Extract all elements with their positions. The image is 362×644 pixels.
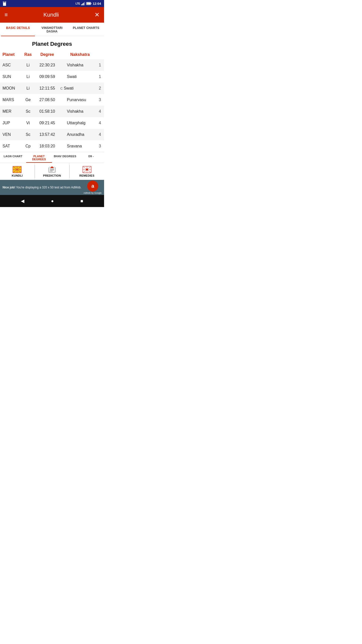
lte-icon: LTE xyxy=(76,2,80,5)
cell-pada: 4 xyxy=(95,117,104,129)
cell-ras: Ge xyxy=(21,94,35,106)
sub-tab-planet-degrees[interactable]: PLANET DEGREES xyxy=(26,152,52,163)
cell-ras: Cp xyxy=(21,140,35,152)
cell-ras: Vi xyxy=(21,117,35,129)
page-title: Planet Degrees xyxy=(0,36,104,50)
cell-nakshatra: Swati xyxy=(59,71,95,83)
tab-bar: BASIC DETAILS VINSHOTTARI DASHA PLANET C… xyxy=(0,23,104,36)
sub-tab-bhav-degrees[interactable]: BHAV DEGREES xyxy=(52,152,78,163)
home-button[interactable]: ● xyxy=(51,198,54,204)
sd-card-icon xyxy=(3,1,7,6)
table-row: SUN Li 09:09:59 Swati 1 xyxy=(0,71,104,83)
cell-planet: MER xyxy=(0,106,21,117)
cell-pada: 1 xyxy=(95,71,104,83)
nav-kundli[interactable]: KUNDLI xyxy=(0,163,35,180)
cell-degree: 22:30:23 xyxy=(35,59,60,71)
table-row: ASC Li 22:30:23 Vishakha 1 xyxy=(0,59,104,71)
admob-logo: a xyxy=(87,181,98,192)
cell-planet: SAT xyxy=(0,140,21,152)
col-header-degree: Degree xyxy=(35,50,60,59)
signal-icon xyxy=(81,2,85,5)
svg-rect-5 xyxy=(82,4,83,5)
table-row: JUP Vi 09:21:45 Uttarphalg 4 xyxy=(0,117,104,129)
tab-planet-charts[interactable]: PLANET CHARTS xyxy=(69,23,103,36)
cell-degree: 13:57:42 xyxy=(35,129,60,140)
table-row: SAT Cp 18:03:20 Sravana 3 xyxy=(0,140,104,152)
svg-point-29 xyxy=(86,169,88,171)
cell-degree: 27:08:50 xyxy=(35,94,60,106)
cell-ras: Li xyxy=(21,71,35,83)
ad-banner: Nice job! You're displaying a 320 x 50 t… xyxy=(0,180,104,195)
sub-tab-lagn-chart[interactable]: LAGN CHART xyxy=(0,152,26,163)
status-icons: LTE ⚡ 12:04 xyxy=(76,2,101,6)
svg-text:⚡: ⚡ xyxy=(87,3,89,5)
table-row: VEN Sc 13:57:42 Anuradha 4 xyxy=(0,129,104,140)
cell-planet: MARS xyxy=(0,94,21,106)
status-bar: LTE ⚡ 12:04 xyxy=(0,0,104,7)
cell-ras: Sc xyxy=(21,129,35,140)
nav-prediction-label: PREDICTION xyxy=(43,174,61,177)
svg-rect-6 xyxy=(83,3,84,5)
kundli-icon xyxy=(13,166,22,173)
svg-rect-1 xyxy=(4,1,4,3)
cell-pada: 2 xyxy=(95,83,104,94)
cell-degree: 01:58:10 xyxy=(35,106,60,117)
cell-planet: MOON xyxy=(0,83,21,94)
svg-rect-2 xyxy=(4,1,5,3)
cell-pada: 3 xyxy=(95,140,104,152)
cell-degree: 09:09:59 xyxy=(35,71,60,83)
tab-basic-details[interactable]: BASIC DETAILS xyxy=(1,23,35,36)
svg-rect-4 xyxy=(81,4,82,5)
cell-nakshatra: CSwati xyxy=(59,83,95,94)
sub-tab-bar: LAGN CHART PLANET DEGREES BHAV DEGREES D… xyxy=(0,152,104,163)
battery-icon: ⚡ xyxy=(86,2,92,5)
cell-planet: JUP xyxy=(0,117,21,129)
table-row: MOON Li 12:11:55 CSwati 2 xyxy=(0,83,104,94)
nav-remedies[interactable]: REMEDIES xyxy=(70,163,104,180)
remedies-icon xyxy=(82,166,92,173)
android-nav-bar: ◀ ● ■ xyxy=(0,195,104,207)
cell-nakshatra: Vishakha xyxy=(59,106,95,117)
col-header-nakshatra: Nakshatra xyxy=(59,50,95,59)
cell-flag: C xyxy=(60,87,63,90)
nav-kundli-label: KUNDLI xyxy=(12,174,23,177)
cell-degree: 12:11:55 xyxy=(35,83,60,94)
app-header: ≡ Kundli ✕ xyxy=(0,7,104,23)
cell-nakshatra: Sravana xyxy=(59,140,95,152)
tab-vinshottari-dasha[interactable]: VINSHOTTARI DASHA xyxy=(35,23,69,36)
table-row: MARS Ge 27:08:50 Punarvasu 3 xyxy=(0,94,104,106)
cell-planet: SUN xyxy=(0,71,21,83)
svg-rect-3 xyxy=(5,1,6,3)
col-header-planet: Planet xyxy=(0,50,21,59)
app-title: Kundli xyxy=(43,12,59,18)
cell-planet: VEN xyxy=(0,129,21,140)
menu-button[interactable]: ≡ xyxy=(5,12,8,18)
table-row: MER Sc 01:58:10 Vishakha 4 xyxy=(0,106,104,117)
cell-nakshatra: Uttarphalg xyxy=(59,117,95,129)
col-header-ras: Ras xyxy=(21,50,35,59)
recent-button[interactable]: ■ xyxy=(80,198,83,204)
planet-table: Planet Ras Degree Nakshatra ASC Li 22:30… xyxy=(0,50,104,152)
svg-rect-9 xyxy=(91,3,91,4)
sub-tab-d9[interactable]: D9 - xyxy=(78,152,104,163)
admob-label: AdMob by Google xyxy=(83,192,102,194)
cell-planet: ASC xyxy=(0,59,21,71)
nav-prediction[interactable]: PREDICTION xyxy=(35,163,70,180)
ad-text-body: You're displaying a 320 x 50 test ad fro… xyxy=(16,186,81,189)
bottom-nav: KUNDLI PREDICTION xyxy=(0,163,104,180)
cell-pada: 1 xyxy=(95,59,104,71)
ad-text: Nice job! You're displaying a 320 x 50 t… xyxy=(3,185,82,190)
prediction-icon xyxy=(48,166,57,173)
ad-right: a AdMob by Google xyxy=(82,181,102,194)
cell-ras: Li xyxy=(21,83,35,94)
close-button[interactable]: ✕ xyxy=(95,11,100,18)
cell-pada: 4 xyxy=(95,129,104,140)
nav-remedies-label: REMEDIES xyxy=(79,174,95,177)
svg-rect-7 xyxy=(84,2,85,5)
col-header-pada xyxy=(95,50,104,59)
cell-nakshatra: Anuradha xyxy=(59,129,95,140)
back-button[interactable]: ◀ xyxy=(21,198,24,204)
ad-text-bold: Nice job! xyxy=(3,186,15,189)
status-time: 12:04 xyxy=(93,2,101,6)
cell-nakshatra: Vishakha xyxy=(59,59,95,71)
